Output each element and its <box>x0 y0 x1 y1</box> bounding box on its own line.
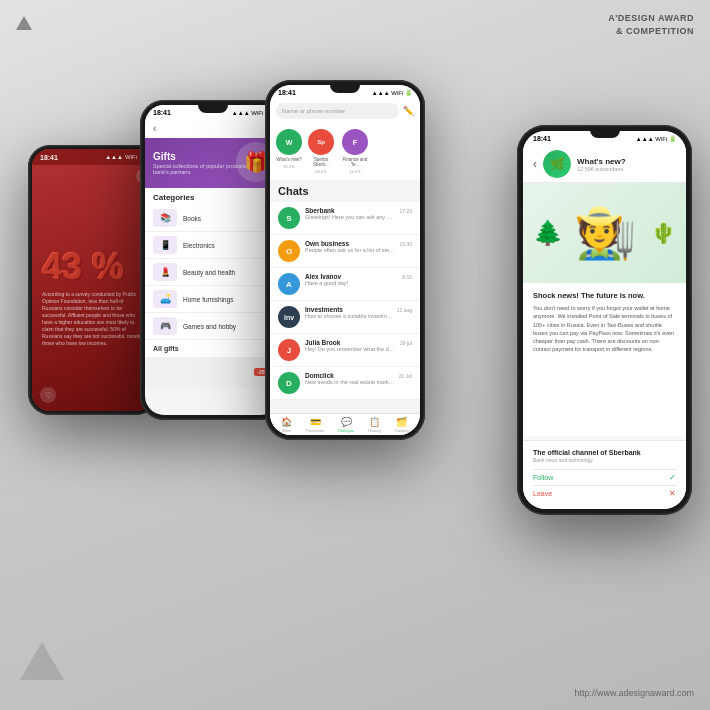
home-nav-icon: 🏠 <box>281 417 292 427</box>
channel-official-title: The official channel of Sberbank <box>533 449 676 456</box>
channel-actions: Follow ✓ Leave ✕ <box>533 463 676 502</box>
own-business-chat-time: 15:30 <box>399 241 412 247</box>
character-icon: 🧑‍🌾 <box>574 204 636 262</box>
channel-info-section: The official channel of Sberbank Bank ne… <box>523 440 686 510</box>
contact-finance-count: 12.2 K <box>349 169 361 174</box>
phone-1-time: 18:41 <box>40 154 58 161</box>
nav-main[interactable]: 🏠 Main <box>281 417 292 433</box>
nav-dialogue[interactable]: 💬 Dialogue <box>338 417 354 433</box>
contact-whats-new-count: 10.3 K <box>283 164 295 169</box>
chats-section-title: Chats <box>270 180 420 202</box>
phone-2-header: ‹ <box>145 119 280 138</box>
category-books[interactable]: 📚 Books <box>145 205 280 232</box>
phone-1-status-bar: 18:41 ▲▲▲ WiFi 🔋 <box>32 149 154 165</box>
leave-action[interactable]: Leave ✕ <box>533 485 676 501</box>
domclick-preview: New trends in the real estate market in … <box>305 379 395 385</box>
books-icon: 📚 <box>153 209 177 227</box>
body-title: Shock news! The future is now. <box>533 291 676 300</box>
chat-alex[interactable]: A Alex Ivanov 8:10 Have a good day! <box>270 268 420 301</box>
phone-4-body: Shock news! The future is now. You don't… <box>523 283 686 436</box>
finance-avatar: F <box>342 129 368 155</box>
own-business-preview: People often ask us for a list of steps … <box>305 247 395 253</box>
gifts-banner: Gifts Special collections of popular pro… <box>145 138 280 188</box>
chat-domclick[interactable]: D Domclick 21 Jul New trends in the real… <box>270 367 420 400</box>
edit-icon[interactable]: ✏️ <box>403 106 414 116</box>
sberbank-chat-time: 17:23 <box>399 208 412 214</box>
home-icon: 🛋️ <box>153 290 177 308</box>
category-home-label: Home furnishings <box>183 296 234 303</box>
contact-sperbo-label: Sperbo Sberb... <box>306 157 336 167</box>
contact-sperbo[interactable]: Sp Sperbo Sberb... 50.4 K <box>306 129 336 174</box>
contact-finance[interactable]: F Finance and Te... 12.2 K <box>340 129 370 174</box>
domclick-chat-content: Domclick 21 Jul New trends in the real e… <box>305 372 412 385</box>
investments-chat-content: Investments 11 aug How to choose a suita… <box>305 306 412 319</box>
nav-history[interactable]: 📋 History <box>368 417 380 433</box>
contact-whats-new[interactable]: W What's new? 10.3 K <box>276 129 302 174</box>
phone-2-screen: 18:41 ▲▲▲ WiFi 🔋 ‹ Gifts Special collect… <box>145 105 280 415</box>
search-input[interactable]: Name or phone number <box>276 103 399 119</box>
channel-header-sub: 12 596 subscribers <box>577 166 626 172</box>
julia-avatar: J <box>278 339 300 361</box>
all-gifts-link[interactable]: All gifts <box>145 340 280 357</box>
x-icon: ✕ <box>669 489 676 498</box>
phone-1-content: ✕ 43 % According to a survey conducted b… <box>32 165 154 411</box>
back-arrow-icon[interactable]: ‹ <box>153 123 156 134</box>
sberbank-chat-name: Sberbank <box>305 207 335 214</box>
nav-main-label: Main <box>282 428 291 433</box>
beauty-icon: 💄 <box>153 263 177 281</box>
category-beauty[interactable]: 💄 Beauty and health <box>145 259 280 286</box>
alex-preview: Have a good day! <box>305 280 395 286</box>
chat-own-business[interactable]: O Own business 15:30 People often ask us… <box>270 235 420 268</box>
phone-3-notch <box>330 85 360 93</box>
chat-julia[interactable]: J Julia Brook 29 jul Hey! Do you remembe… <box>270 334 420 367</box>
phone-1-percent: 43 % <box>42 249 144 285</box>
channel-avatar: 🌿 <box>543 150 571 178</box>
bottom-nav: 🏠 Main 💳 Payments 💬 Dialogue 📋 History 🗂… <box>270 413 420 435</box>
phone-4-notch <box>590 130 620 138</box>
phone-3-chats: 18:41 ▲▲▲ WiFi 🔋 Name or phone number ✏️… <box>265 80 425 440</box>
own-business-chat-name: Own business <box>305 240 349 247</box>
tree-left-icon: 🌲 <box>533 219 563 247</box>
phone-2-notch <box>198 105 228 113</box>
domclick-chat-name: Domclick <box>305 372 334 379</box>
own-business-chat-content: Own business 15:30 People often ask us f… <box>305 240 412 253</box>
alex-chat-content: Alex Ivanov 8:10 Have a good day! <box>305 273 412 286</box>
julia-preview: Hey! Do you remember what the date to... <box>305 346 395 352</box>
dialogue-nav-icon: 💬 <box>341 417 352 427</box>
whats-new-avatar: W <box>276 129 302 155</box>
category-home[interactable]: 🛋️ Home furnishings <box>145 286 280 313</box>
back-arrow-icon[interactable]: ‹ <box>533 157 537 171</box>
phone-2-gifts: 18:41 ▲▲▲ WiFi 🔋 ‹ Gifts Special collect… <box>140 100 285 420</box>
award-logo: A'DESIGN AWARD & COMPETITION <box>608 12 694 37</box>
follow-label: Follow <box>533 474 665 481</box>
categories-title: Categories <box>145 188 280 205</box>
domclick-chat-time: 21 Jul <box>399 373 412 379</box>
alex-chat-name: Alex Ivanov <box>305 273 341 280</box>
contact-finance-label: Finance and Te... <box>340 157 370 167</box>
own-business-avatar: O <box>278 240 300 262</box>
chat-investments[interactable]: Inv Investments 11 aug How to choose a s… <box>270 301 420 334</box>
follow-action[interactable]: Follow ✓ <box>533 469 676 485</box>
phone-1-heart-icon[interactable]: ♡ <box>40 387 56 403</box>
sperbo-avatar: Sp <box>308 129 334 155</box>
nav-catalog-label: Catalog <box>395 428 409 433</box>
catalog-nav-icon: 🗂️ <box>396 417 407 427</box>
phone-4-header: ‹ 🌿 What's new? 12 596 subscribers <box>523 146 686 183</box>
nav-payments[interactable]: 💳 Payments <box>306 417 324 433</box>
website-url: http://www.adesignaward.com <box>574 688 694 698</box>
nav-dialogue-label: Dialogue <box>338 428 354 433</box>
leave-label: Leave <box>533 490 665 497</box>
contact-whats-new-label: What's new? <box>276 157 302 162</box>
chat-sberbank[interactable]: S Sberbank 17:23 Greetings! Here you can… <box>270 202 420 235</box>
category-books-label: Books <box>183 215 201 222</box>
category-electronics[interactable]: 📱 Electronics <box>145 232 280 259</box>
julia-chat-content: Julia Brook 29 jul Hey! Do you remember … <box>305 339 412 352</box>
brand-triangle-icon <box>16 16 32 30</box>
electronics-icon: 📱 <box>153 236 177 254</box>
nav-catalog[interactable]: 🗂️ Catalog <box>395 417 409 433</box>
phone-3-screen: 18:41 ▲▲▲ WiFi 🔋 Name or phone number ✏️… <box>270 85 420 435</box>
category-games[interactable]: 🎮 Games and hobby <box>145 313 280 340</box>
categories-list: 📚 Books 📱 Electronics 💄 Beauty and healt… <box>145 205 280 340</box>
watermark-triangle <box>20 642 64 680</box>
contacts-row: W What's new? 10.3 K Sp Sperbo Sberb... … <box>270 123 420 180</box>
